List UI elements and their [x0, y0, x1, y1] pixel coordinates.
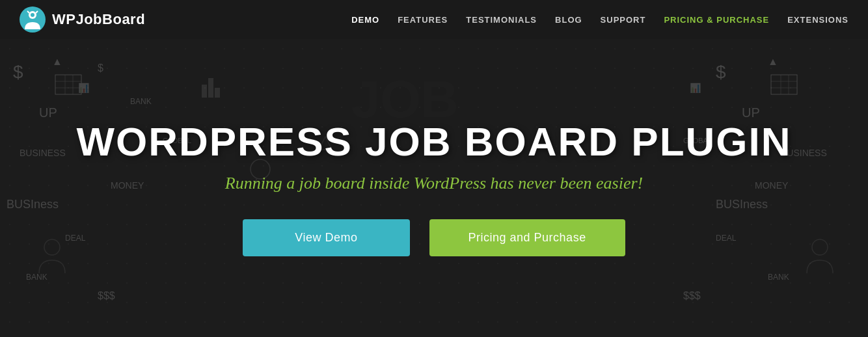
hero-title: WORDPRESS JOB BOARD PLUGIN	[76, 120, 791, 164]
svg-text:$: $	[98, 62, 103, 74]
hero-buttons: View Demo Pricing and Purchase	[243, 219, 625, 256]
hero-subtitle: Running a job board inside WordPress has…	[225, 174, 643, 193]
nav-support[interactable]: SUPPORT	[601, 15, 646, 25]
navbar: WPJobBoard DEMO FEATURES TESTIMONIALS BL…	[0, 0, 868, 39]
nav-demo[interactable]: DEMO	[351, 15, 379, 25]
svg-text:📊: 📊	[78, 83, 90, 94]
hero-section: $ ▲ 📊 UP $ BANK BUSINESS GLOBAL BUSIness…	[0, 39, 868, 337]
svg-text:▲: ▲	[52, 56, 62, 67]
logo-link[interactable]: WPJobBoard	[20, 7, 145, 33]
nav-links: DEMO FEATURES TESTIMONIALS BLOG SUPPORT …	[351, 14, 848, 25]
nav-pricing[interactable]: PRICING & PURCHASE	[664, 15, 769, 25]
svg-point-47	[44, 239, 60, 255]
svg-text:BUSINESS: BUSINESS	[20, 148, 66, 158]
hero-content: WORDPRESS JOB BOARD PLUGIN Running a job…	[76, 120, 791, 256]
svg-text:$: $	[716, 62, 726, 82]
svg-text:BANK: BANK	[768, 273, 789, 282]
nav-features[interactable]: FEATURES	[398, 15, 448, 25]
svg-text:BANK: BANK	[130, 97, 152, 106]
svg-rect-34	[771, 75, 797, 94]
svg-text:BANK: BANK	[26, 273, 47, 282]
svg-rect-40	[208, 78, 213, 98]
logo-icon	[20, 7, 46, 33]
svg-text:UP: UP	[39, 105, 57, 120]
nav-testimonials[interactable]: TESTIMONIALS	[466, 15, 537, 25]
svg-text:$: $	[13, 62, 23, 82]
svg-rect-41	[215, 88, 220, 98]
svg-text:▲: ▲	[768, 56, 778, 67]
svg-text:$$$: $$$	[683, 290, 701, 301]
svg-rect-29	[55, 75, 81, 94]
svg-rect-39	[202, 85, 207, 98]
svg-point-2	[31, 13, 34, 17]
svg-text:📊: 📊	[690, 83, 701, 94]
svg-text:BUSIness: BUSIness	[7, 198, 59, 211]
view-demo-button[interactable]: View Demo	[243, 219, 409, 256]
svg-point-48	[812, 239, 828, 255]
svg-text:$$$: $$$	[98, 290, 115, 301]
svg-text:UP: UP	[742, 105, 760, 120]
pricing-purchase-button[interactable]: Pricing and Purchase	[429, 219, 625, 256]
nav-extensions[interactable]: EXTENSIONS	[787, 15, 848, 25]
brand-name: WPJobBoard	[52, 11, 145, 28]
nav-blog[interactable]: BLOG	[555, 15, 582, 25]
